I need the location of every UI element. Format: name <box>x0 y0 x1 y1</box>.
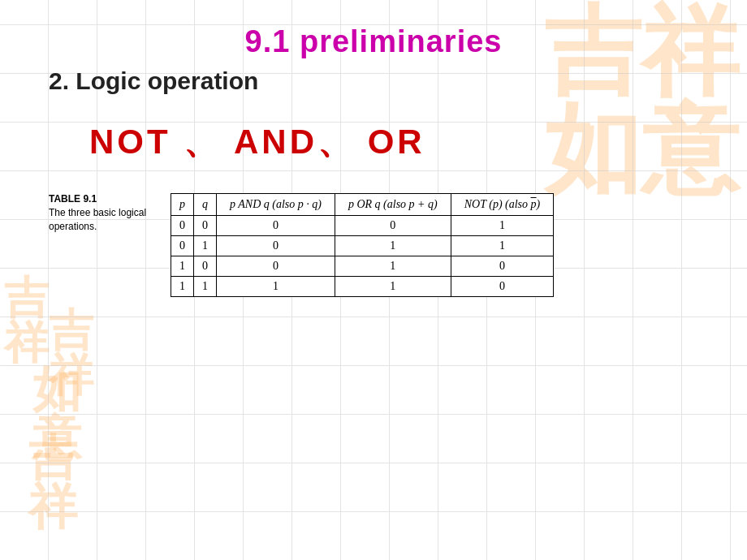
table-row: 0 1 0 1 1 <box>171 236 554 256</box>
table-number: TABLE 9.1 <box>49 193 154 205</box>
col-header-p: p <box>171 194 194 216</box>
watermark-bottom-left-3: 吉祥 <box>28 434 77 532</box>
cell-q-2: 0 <box>194 256 217 277</box>
table-row: 1 0 0 1 0 <box>171 256 554 277</box>
cell-not-0: 1 <box>451 216 554 236</box>
cell-p-3: 1 <box>171 277 194 297</box>
cell-or-1: 1 <box>335 236 451 256</box>
col-header-q: q <box>194 194 217 216</box>
table-section: TABLE 9.1 The three basic logical operat… <box>49 193 706 297</box>
main-content: 9.1 preliminaries 2. Logic operation NOT… <box>0 0 747 321</box>
cell-q-0: 0 <box>194 216 217 236</box>
col-header-and: p AND q (also p · q) <box>217 194 335 216</box>
watermark-bottom-left-1: 吉祥 <box>49 308 93 398</box>
col-header-not: NOT (p) (also p) <box>451 194 554 216</box>
cell-not-3: 0 <box>451 277 554 297</box>
cell-and-3: 1 <box>217 277 335 297</box>
cell-p-2: 1 <box>171 256 194 277</box>
cell-and-2: 0 <box>217 256 335 277</box>
cell-p-0: 0 <box>171 216 194 236</box>
table-row: 1 1 1 1 0 <box>171 277 554 297</box>
logic-operators-label: NOT 、 AND、 OR <box>89 119 706 165</box>
page-title: 9.1 preliminaries <box>41 24 706 59</box>
table-header-row: p q p AND q (also p · q) p OR q (also p … <box>171 194 554 216</box>
table-caption: TABLE 9.1 The three basic logical operat… <box>49 193 154 234</box>
cell-q-1: 1 <box>194 236 217 256</box>
cell-or-3: 1 <box>335 277 451 297</box>
cell-p-1: 0 <box>171 236 194 256</box>
logic-table: p q p AND q (also p · q) p OR q (also p … <box>171 193 554 297</box>
cell-not-1: 1 <box>451 236 554 256</box>
table-description: The three basic logical operations. <box>49 207 146 232</box>
page-subtitle: 2. Logic operation <box>49 67 706 95</box>
col-header-or: p OR q (also p + q) <box>335 194 451 216</box>
cell-and-0: 0 <box>217 216 335 236</box>
cell-q-3: 1 <box>194 277 217 297</box>
cell-or-0: 0 <box>335 216 451 236</box>
cell-and-1: 0 <box>217 236 335 256</box>
cell-not-2: 0 <box>451 256 554 277</box>
table-row: 0 0 0 0 1 <box>171 216 554 236</box>
watermark-bottom-left-2: 如意 <box>32 365 81 463</box>
cell-or-2: 1 <box>335 256 451 277</box>
